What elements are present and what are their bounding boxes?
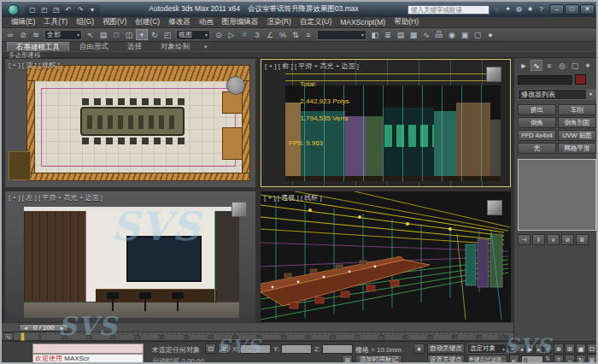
select-and-manipulate-icon[interactable]: ▷	[226, 29, 237, 40]
menu-item[interactable]: 自定义(U)	[296, 17, 336, 27]
menu-item[interactable]: 图形编辑器	[218, 17, 263, 27]
view-cube[interactable]	[487, 200, 502, 215]
view-cube[interactable]	[486, 67, 501, 82]
help-icon[interactable]: ?	[536, 4, 547, 15]
create-tab[interactable]: ►	[518, 60, 530, 71]
menu-item[interactable]: 视图(V)	[98, 17, 131, 27]
time-slider-left-arrow[interactable]: ◄	[21, 326, 30, 331]
menu-item[interactable]: 创建(C)	[131, 17, 164, 27]
key-mode-select[interactable]: 选定对象 ▾	[467, 343, 507, 354]
set-key-toggle-icon[interactable]: ♦	[413, 343, 425, 354]
viewport-perspective[interactable]: [ + ] [ 透视 ] [ 线框 ]	[261, 191, 511, 322]
modifier-button[interactable]: UVW 贴图	[558, 130, 596, 141]
maximize-viewport-toggle-icon[interactable]: ⊠	[587, 355, 597, 364]
minimize-button[interactable]: –	[549, 4, 564, 15]
menu-item[interactable]: 动画	[195, 17, 218, 27]
frame-spinner-icon[interactable]: ⇅	[545, 355, 550, 362]
rendered-frame-icon[interactable]: ▢	[472, 29, 484, 40]
zoom-extents-all-icon[interactable]: ⊡	[587, 343, 597, 354]
spinner-snap-icon[interactable]: ⇅	[290, 29, 302, 40]
favorites-icon[interactable]: ★	[525, 4, 536, 15]
infocenter-search-input[interactable]	[407, 5, 490, 15]
menu-item[interactable]: 帮助(H)	[390, 17, 423, 27]
quick-access-dropdown-icon[interactable]: ▾	[87, 5, 97, 15]
viewport-label[interactable]: [ + ] [ 顶 ] [ 线框 ]	[9, 61, 60, 70]
select-object-icon[interactable]: ↖	[85, 29, 97, 40]
time-slider-right-arrow[interactable]: ►	[57, 326, 66, 331]
percent-snap-icon[interactable]: %	[277, 29, 289, 40]
application-menu-button[interactable]	[3, 3, 22, 16]
material-editor-icon[interactable]: ◉	[446, 29, 458, 40]
menu-item[interactable]: 编辑(E)	[7, 17, 39, 27]
play-animation-icon[interactable]: ▶	[526, 343, 534, 354]
select-and-move-icon[interactable]: +	[136, 29, 148, 40]
schematic-view-icon[interactable]: 品	[433, 29, 445, 40]
time-slider-handle[interactable]: ◄ 0 / 100 ►	[19, 324, 68, 332]
named-selection-sets-select[interactable]: ▾	[317, 30, 366, 40]
modifier-button[interactable]: 壳	[518, 143, 556, 154]
modifier-stack-list[interactable]	[518, 159, 596, 231]
menu-item[interactable]: 组(G)	[72, 17, 98, 27]
auto-key-button[interactable]: 自动关键点	[427, 343, 465, 354]
go-to-start-icon[interactable]: «	[509, 343, 517, 354]
object-name-field[interactable]	[518, 75, 572, 85]
ribbon-display-toggle-icon[interactable]: ▾	[204, 42, 208, 51]
pan-view-icon[interactable]: ↔	[565, 355, 575, 364]
modifier-button[interactable]: FFD 4x4x4	[518, 130, 556, 141]
view-cube[interactable]	[232, 202, 247, 217]
menu-item[interactable]: 工具(T)	[39, 17, 72, 27]
unlink-selection-icon[interactable]: ⊘	[17, 29, 29, 40]
edit-named-sets-icon[interactable]: ≡	[302, 29, 314, 40]
subscription-center-icon[interactable]: ✦	[502, 4, 513, 15]
orbit-view-icon[interactable]: ↻	[576, 355, 586, 364]
mirror-icon[interactable]: ◧	[369, 29, 381, 40]
zoom-extents-icon[interactable]: ▣	[576, 343, 586, 354]
hierarchy-tab[interactable]: ≡	[543, 60, 555, 71]
utilities-tab[interactable]: ✦	[582, 60, 594, 71]
object-color-swatch[interactable]	[575, 74, 586, 85]
ribbon-tab[interactable]: 选择	[119, 42, 150, 51]
menu-item[interactable]: MAXScript(M)	[336, 18, 390, 26]
key-mode-toggle-icon[interactable]: ▸|	[509, 355, 519, 364]
snaps-toggle-icon[interactable]: 3	[251, 29, 263, 40]
z-coord-field[interactable]	[322, 344, 353, 354]
viewport-front-active[interactable]: [ + ] [ 前 ] [ 平滑 + 高光 + 边面 ] Total: 2,44…	[261, 59, 511, 187]
use-pivot-center-icon[interactable]: ⊙	[213, 29, 225, 40]
time-slider[interactable]: ◄ 0 / 100 ►	[2, 323, 513, 332]
ribbon-tab[interactable]: 自由形式	[71, 42, 117, 51]
viewport-label[interactable]: [ + ] [ 前 ] [ 平滑 + 高光 + 边面 ]	[265, 62, 359, 71]
redo-icon[interactable]: ↷	[75, 5, 85, 15]
ribbon-panel-strip[interactable]: 多边形建模	[2, 51, 596, 58]
curve-editor-icon[interactable]: ∿	[420, 29, 432, 40]
time-tag-icon[interactable]: ⊞	[342, 355, 353, 364]
modifier-button[interactable]: 挤出	[518, 104, 556, 115]
bind-to-space-warp-icon[interactable]: ≋	[30, 29, 42, 40]
new-file-icon[interactable]: ▢	[27, 5, 38, 15]
zoom-region-icon[interactable]: ⌗	[554, 355, 564, 364]
modifier-button[interactable]: 车削	[558, 104, 596, 115]
viewport-left[interactable]: [ + ] [ 左 ] [ 平滑 + 高光 + 边面 ]	[5, 191, 255, 322]
next-frame-icon[interactable]: ▸	[535, 343, 542, 354]
zoom-all-icon[interactable]: ⊞	[565, 343, 575, 354]
previous-frame-icon[interactable]: ◂	[518, 343, 525, 354]
motion-tab[interactable]: ◎	[556, 60, 568, 71]
x-coord-field[interactable]	[240, 344, 271, 354]
modifier-list-dropdown[interactable]: 修改器列表 ▾	[518, 89, 596, 100]
communication-center-icon[interactable]: ◍	[513, 4, 525, 15]
render-setup-icon[interactable]: ▣	[459, 29, 471, 40]
steering-wheel-widget[interactable]	[226, 76, 245, 95]
remove-modifier-icon[interactable]: ⊘	[561, 234, 574, 245]
y-coord-field[interactable]	[281, 344, 312, 354]
viewport-label[interactable]: [ + ] [ 左 ] [ 平滑 + 高光 + 边面 ]	[9, 193, 103, 203]
configure-modifier-sets-icon[interactable]: ≣	[576, 234, 589, 245]
close-button[interactable]: ✕	[580, 4, 595, 15]
go-to-end-icon[interactable]: »	[543, 343, 551, 354]
ribbon-tab[interactable]: 石墨建模工具	[7, 42, 69, 51]
display-tab[interactable]: ▢	[569, 60, 581, 71]
mini-curve-editor-button[interactable]: ∿	[3, 332, 14, 341]
current-frame-marker[interactable]	[21, 332, 25, 341]
align-icon[interactable]: ≣	[382, 29, 394, 40]
layer-manager-icon[interactable]: ▤	[395, 29, 407, 40]
track-bar[interactable]: ∿ 51015202530354045505560657075808590951…	[2, 332, 513, 341]
keyboard-shortcut-override-icon[interactable]: ⌗	[238, 29, 250, 40]
